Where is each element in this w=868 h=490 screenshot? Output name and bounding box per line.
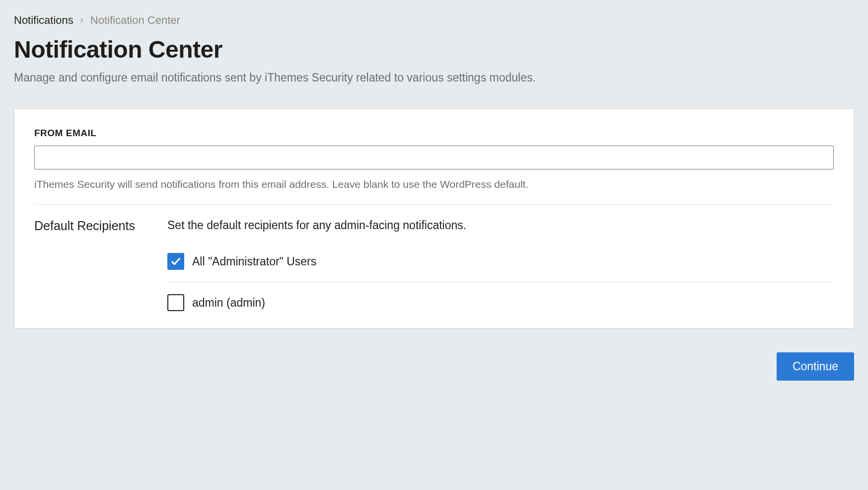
- checkbox-label-admin-user: admin (admin): [192, 296, 265, 310]
- recipients-heading: Default Recipients: [34, 219, 167, 233]
- checkbox-row-all-admins[interactable]: All "Administrator" Users: [167, 246, 834, 277]
- checkbox-admin-user[interactable]: [167, 294, 184, 311]
- from-email-input[interactable]: [34, 146, 834, 169]
- checkbox-label-all-admins: All "Administrator" Users: [192, 255, 316, 268]
- recipients-description: Set the default recipients for any admin…: [167, 219, 834, 232]
- footer: Continue: [14, 352, 854, 381]
- divider: [167, 282, 834, 282]
- settings-card: FROM EMAIL iThemes Security will send no…: [14, 108, 854, 328]
- breadcrumb-current: Notification Center: [90, 14, 180, 27]
- page-title: Notification Center: [14, 36, 854, 63]
- breadcrumb: Notifications Notification Center: [14, 14, 854, 27]
- continue-button[interactable]: Continue: [777, 352, 854, 381]
- recipients-section: Default Recipients Set the default recip…: [34, 205, 834, 318]
- from-email-help: iThemes Security will send notifications…: [34, 178, 834, 190]
- checkbox-row-admin-user[interactable]: admin (admin): [167, 287, 834, 318]
- breadcrumb-parent-link[interactable]: Notifications: [14, 14, 73, 27]
- check-icon: [170, 256, 181, 267]
- page-description: Manage and configure email notifications…: [14, 71, 854, 84]
- chevron-right-icon: [78, 17, 85, 24]
- from-email-label: FROM EMAIL: [34, 128, 834, 139]
- checkbox-all-admins[interactable]: [167, 253, 184, 270]
